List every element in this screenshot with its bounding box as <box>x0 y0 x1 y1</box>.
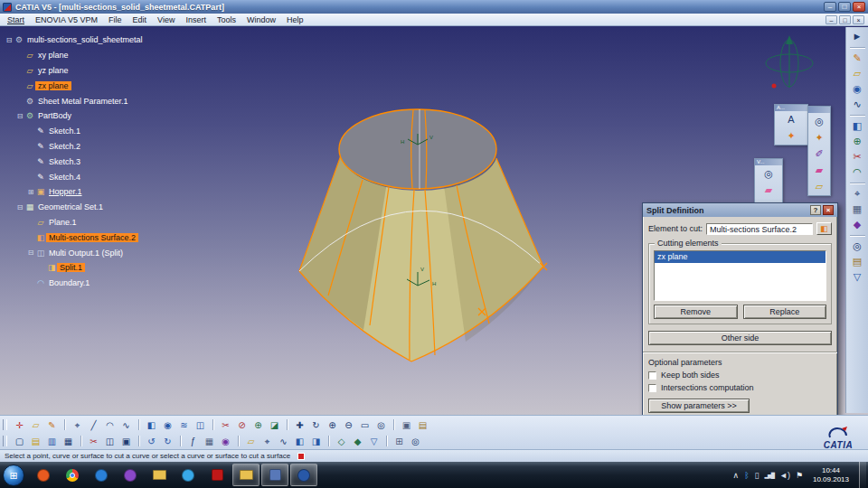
tree-item-label[interactable]: yz plane <box>35 66 71 75</box>
pan-icon[interactable]: ✚ <box>293 418 307 432</box>
formula-icon[interactable]: ƒ <box>186 435 200 448</box>
hide-show-icon[interactable]: ▤ <box>416 418 429 432</box>
tray-flag-icon[interactable]: ⚑ <box>796 471 803 480</box>
tray-network-icon[interactable]: ▂▅█ <box>764 471 773 480</box>
pencil-icon[interactable]: ✎ <box>850 52 865 65</box>
plane-icon[interactable]: ▱ <box>812 180 826 193</box>
fillet-icon[interactable]: ◠ <box>850 165 865 179</box>
menu-file[interactable]: File <box>103 15 127 24</box>
zoom-in-icon[interactable]: ⊕ <box>326 418 339 432</box>
tree-item-label[interactable]: multi-sections_solid_sheetmetal <box>24 35 146 44</box>
measure-icon[interactable]: ⌖ <box>850 187 865 201</box>
render-style-icon[interactable]: ▣ <box>400 418 413 432</box>
floating-toolbar[interactable]: A... A✦ <box>774 104 808 145</box>
tree-item[interactable]: ⊟ ◫ Multi Output.1 (Split) <box>3 245 146 260</box>
tree-item[interactable]: ◨ Split.1 <box>3 260 146 276</box>
normal-view-icon[interactable]: ◎ <box>374 418 388 432</box>
surface-icon[interactable]: ◧ <box>293 435 307 448</box>
tree-expander-icon[interactable]: ⊞ <box>26 188 35 196</box>
brush-icon[interactable]: ✐ <box>812 147 826 161</box>
tree-item[interactable]: ◠ Boundary.1 <box>3 276 146 291</box>
floating-toolbar-title[interactable] <box>808 107 830 113</box>
update-icon[interactable]: ✛ <box>13 418 26 432</box>
taskbar-clock[interactable]: 10:44 10.09.2013 <box>808 466 854 484</box>
menu-view[interactable]: View <box>152 15 180 24</box>
spline-icon[interactable]: ∿ <box>119 418 133 432</box>
hopper-top-opening[interactable] <box>339 109 496 189</box>
tray-power-icon[interactable]: ▯ <box>755 471 760 480</box>
join-icon[interactable]: ⊕ <box>251 418 265 432</box>
tree-item-label[interactable]: Plane.1 <box>46 218 80 227</box>
show-desktop-button[interactable] <box>859 462 866 488</box>
taskbar-explorer-button[interactable] <box>232 464 259 486</box>
minimize-button[interactable]: – <box>824 2 836 12</box>
grid-icon[interactable]: ⊞ <box>392 435 406 448</box>
start-button[interactable]: ⊞ <box>3 465 24 486</box>
show-parameters-button[interactable]: Show parameters >> <box>648 399 750 413</box>
tree-expander-icon[interactable]: ⊟ <box>15 112 24 120</box>
view-icon[interactable]: ◎ <box>761 167 776 181</box>
intersections-computation-checkbox[interactable] <box>648 384 656 392</box>
taskbar-browser-button[interactable] <box>30 464 57 486</box>
tree-item[interactable]: ▱ yz plane <box>3 63 146 79</box>
annotation-icon[interactable]: A <box>784 113 798 127</box>
tree-item-label[interactable]: Sketch.3 <box>46 157 83 166</box>
tree-item-label[interactable]: zx plane <box>35 81 71 90</box>
dialog-title-bar[interactable]: Split Definition ? × <box>643 203 837 217</box>
tree-item-label[interactable]: Sketch.1 <box>46 127 83 136</box>
cut-icon[interactable]: ✂ <box>87 435 100 448</box>
tree-item-label[interactable]: Sketch.2 <box>46 142 83 151</box>
tree-item[interactable]: ⊟ ⚙ PartBody <box>3 108 146 124</box>
menu-window[interactable]: Window <box>241 15 281 24</box>
tree-item-label[interactable]: Sheet Metal Parameter.1 <box>35 97 131 106</box>
viewport-workspace[interactable]: V H V H ⊟ ⚙ multi-sections_s <box>0 26 868 415</box>
tree-item[interactable]: ▱ Plane.1 <box>3 215 146 230</box>
thick-surface-icon[interactable]: ◨ <box>309 435 323 448</box>
camera-icon[interactable]: ◎ <box>812 115 826 128</box>
redo-icon[interactable]: ↻ <box>161 435 175 448</box>
tree-item[interactable]: ✎ Sketch.1 <box>3 124 146 139</box>
tree-expander-icon[interactable]: ⊟ <box>15 203 24 211</box>
status-alert-icon[interactable] <box>297 453 305 460</box>
tree-item-label[interactable]: Geometrical Set.1 <box>35 202 106 211</box>
split-icon[interactable]: ✂ <box>850 150 865 164</box>
tree-expander-icon[interactable]: ⊟ <box>26 249 35 257</box>
taskbar-chrome-button[interactable] <box>59 464 86 486</box>
tree-item[interactable]: ⚙ Sheet Metal Parameter.1 <box>3 93 146 108</box>
menu-tools[interactable]: Tools <box>212 15 241 24</box>
catalog-icon[interactable]: ◉ <box>219 435 232 448</box>
cutting-elements-list[interactable]: zx plane <box>654 250 826 301</box>
taskbar-media-button[interactable] <box>117 464 144 486</box>
trim-icon[interactable]: ⊘ <box>235 418 249 432</box>
point-icon[interactable]: ⌖ <box>260 435 274 448</box>
tree-item[interactable]: ◧ Multi-sections Surface.2 <box>3 230 146 245</box>
zoom-out-icon[interactable]: ⊖ <box>342 418 355 432</box>
swatch-icon[interactable]: ▰ <box>812 164 826 177</box>
element-to-cut-icon-button[interactable]: ◧ <box>816 222 832 235</box>
capture-icon[interactable]: ◎ <box>409 435 422 448</box>
menu-start[interactable]: Start <box>2 15 30 24</box>
mdi-minimize-button[interactable]: – <box>826 15 837 24</box>
line-icon[interactable]: ╱ <box>87 418 100 432</box>
revolve-icon[interactable]: ◉ <box>161 418 175 432</box>
remove-button[interactable]: Remove <box>654 305 738 319</box>
element-to-cut-field[interactable]: Multi-sections Surface.2 <box>706 223 813 235</box>
tree-item[interactable]: ▱ xy plane <box>3 48 146 63</box>
tree-item[interactable]: ⊟ ▦ Geometrical Set.1 <box>3 200 146 215</box>
other-side-button[interactable]: Other side <box>648 331 832 345</box>
dialog-close-button[interactable]: × <box>823 205 834 215</box>
multi-sections-icon[interactable]: ◫ <box>193 418 207 432</box>
sweep-icon[interactable]: ≋ <box>177 418 191 432</box>
taskbar-messenger-button[interactable] <box>175 464 202 486</box>
sphere-icon[interactable]: ◉ <box>850 82 865 96</box>
menu-insert[interactable]: Insert <box>180 15 212 24</box>
tree-item-label[interactable]: Sketch.4 <box>46 173 83 182</box>
rotate-view-icon[interactable]: ↻ <box>309 418 323 432</box>
grid-icon[interactable]: ▦ <box>850 202 865 216</box>
paste-icon[interactable]: ▣ <box>119 435 133 448</box>
fit-all-icon[interactable]: ▭ <box>358 418 372 432</box>
mdi-close-button[interactable]: × <box>853 15 864 24</box>
compass-anchor-dot[interactable] <box>772 84 777 89</box>
taskbar-document-button[interactable] <box>261 464 288 486</box>
print-icon[interactable]: ▦ <box>61 435 75 448</box>
